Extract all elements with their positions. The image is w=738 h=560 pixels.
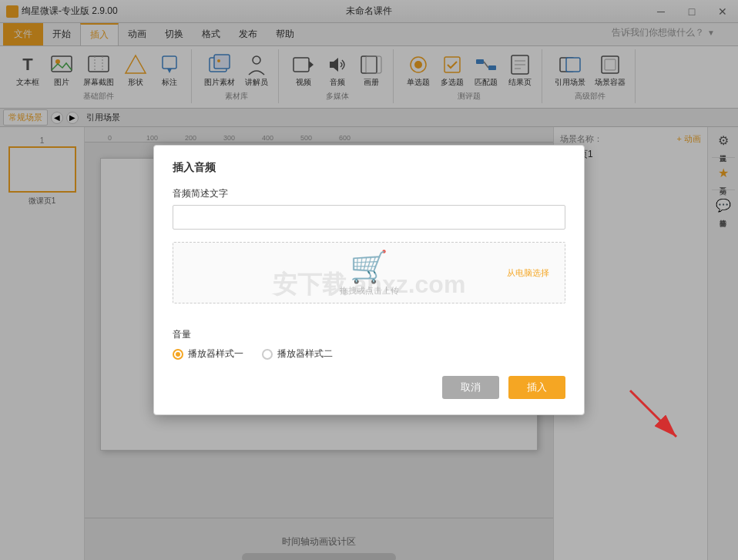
radio-style2[interactable]: 播放器样式二 [262,347,333,360]
cancel-button[interactable]: 取消 [442,376,499,399]
volume-label: 音量 [173,328,565,341]
dialog-overlay: 插入音频 音频简述文字 🛒 拖拽或点击上传 从电脑选择 安下载 anxz.com… [0,0,738,560]
radio-circle-style1 [173,349,183,360]
radio-style1[interactable]: 播放器样式一 [173,347,243,360]
insert-button[interactable]: 插入 [508,376,565,399]
upload-source-label[interactable]: 从电脑选择 [507,267,549,279]
radio-circle-style2 [262,349,273,360]
svg-line-37 [630,391,676,437]
dialog-buttons: 取消 插入 [173,376,565,399]
radio-group: 播放器样式一 播放器样式二 [173,347,565,360]
file-upload-area[interactable]: 🛒 拖拽或点击上传 从电脑选择 [173,242,565,303]
dialog-title: 插入音频 [173,161,565,175]
insert-audio-dialog: 插入音频 音频简述文字 🛒 拖拽或点击上传 从电脑选择 安下载 anxz.com… [153,145,585,415]
desc-field-label: 音频简述文字 [173,187,565,200]
upload-bag-icon: 🛒 [350,249,388,285]
desc-input[interactable] [173,205,565,230]
